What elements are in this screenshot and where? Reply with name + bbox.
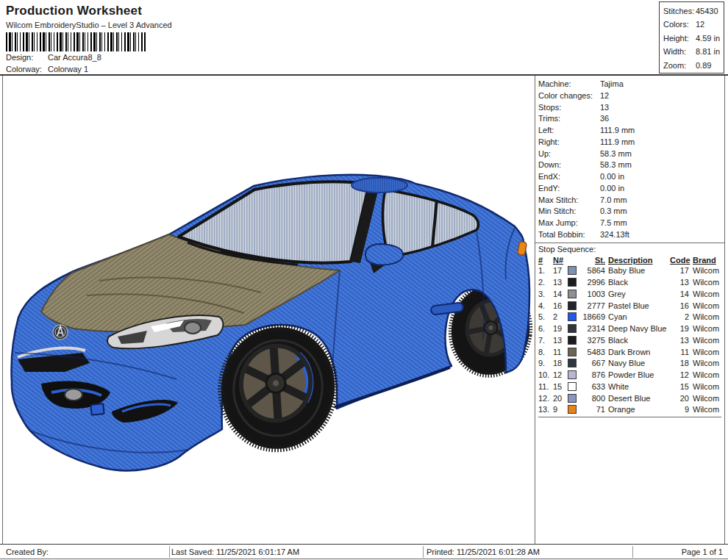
col-code: Code [670, 256, 689, 265]
car-illustration [3, 76, 535, 544]
row-brand: Wilcom [689, 348, 721, 356]
footer-divider-3 [632, 546, 633, 558]
stop-sequence-row: 3. 14 1003 Grey 14 Wilcom [538, 288, 721, 300]
design-barcode [6, 32, 146, 51]
thread-color-swatch [568, 278, 577, 287]
row-needle: 20 [553, 394, 568, 403]
row-needle: 13 [553, 336, 568, 345]
row-description: Cyan [608, 312, 670, 321]
machine-info-value: 13 [600, 103, 609, 112]
stop-sequence-row: 13. 9 71 Orange 9 Wilcom [538, 404, 721, 416]
page-footer: Created By: Last Saved: 11/25/2021 6:01:… [0, 544, 728, 559]
col-stitches: St. [579, 256, 608, 265]
projector-lens [185, 322, 201, 334]
machine-info-row: Total Bobbin:324.13ft [538, 229, 725, 241]
row-brand: Wilcom [689, 394, 721, 403]
row-stitches: 1003 [579, 290, 608, 298]
row-description: Orange [608, 405, 670, 414]
design-stats-box: Stitches:45430 Colors:12 Height:4.59 in … [659, 1, 724, 73]
thread-color-swatch [568, 324, 577, 333]
production-info-panel: Machine:Tajima Color changes:12 Stops:13… [535, 76, 725, 544]
machine-info-value: 58.3 mm [600, 160, 632, 169]
machine-info-row: Stops:13 [538, 102, 725, 114]
machine-info-label: EndY: [538, 183, 600, 195]
stop-sequence-row: 6. 19 2314 Deep Navy Blue 19 Wilcom [538, 323, 721, 334]
machine-info-row: Right:111.9 mm [538, 137, 725, 148]
row-needle: 14 [553, 290, 568, 298]
row-description: Grey [608, 290, 670, 298]
stop-sequence-row: 8. 11 5483 Dark Brown 11 Wilcom [538, 346, 721, 358]
row-code: 18 [670, 359, 689, 367]
machine-info-row: Up:58.3 mm [538, 148, 725, 160]
door-mirror [365, 244, 403, 265]
row-description: Deep Navy Blue [608, 324, 670, 333]
machine-info-row: EndY:0.00 in [538, 183, 725, 195]
row-code: 12 [670, 370, 689, 379]
row-needle: 2 [553, 312, 568, 321]
stats-label: Width: [663, 45, 696, 58]
stats-label: Colors: [663, 18, 696, 31]
machine-info-value: 58.3 mm [600, 149, 632, 158]
row-brand: Wilcom [689, 370, 721, 379]
stats-row: Stitches:45430 [660, 4, 724, 18]
row-description: Baby Blue [608, 266, 670, 275]
machine-info-label: EndX: [538, 171, 600, 183]
machine-info-value: 12 [600, 91, 609, 100]
fog-light [65, 389, 82, 401]
stop-sequence-row: 10. 12 876 Powder Blue 12 Wilcom [538, 369, 721, 381]
stats-row: Height:4.59 in [660, 32, 724, 45]
stats-row: Zoom:0.89 [660, 59, 724, 72]
row-brand: Wilcom [689, 336, 721, 345]
row-description: Black [608, 336, 670, 345]
tow-hook-cover [90, 403, 104, 415]
thread-color-swatch [568, 405, 577, 414]
stop-sequence-row: 9. 18 667 Navy Blue 18 Wilcom [538, 358, 721, 370]
machine-info: Machine:Tajima Color changes:12 Stops:13… [535, 76, 725, 241]
stop-sequence-rows: 1. 17 5864 Baby Blue 17 Wilcom 2. 13 299… [538, 265, 721, 416]
row-code: 16 [670, 301, 689, 310]
thread-color-swatch [568, 301, 577, 310]
machine-info-row: Trims:36 [538, 113, 725, 125]
colorway-row: Colorway:Colorway 1 [6, 65, 88, 73]
stop-sequence-header: # N# St. Description Code Brand [538, 255, 721, 265]
stop-sequence-row: 5. 2 18669 Cyan 2 Wilcom [538, 312, 721, 323]
app-subtitle: Wilcom EmbroideryStudio – Level 3 Advanc… [6, 21, 172, 29]
row-num: 1. [538, 266, 553, 275]
row-code: 11 [670, 348, 689, 356]
machine-info-row: Color changes:12 [538, 90, 725, 102]
row-needle: 9 [553, 405, 568, 414]
row-stitches: 5864 [579, 266, 608, 275]
machine-info-value: 324.13ft [600, 230, 629, 239]
stop-sequence-table: # N# St. Description Code Brand 1. 17 58… [535, 255, 725, 418]
stats-label: Stitches: [663, 4, 696, 18]
page-title: Production Worksheet [6, 4, 142, 18]
machine-info-label: Machine: [538, 79, 600, 90]
row-num: 8. [538, 348, 553, 356]
machine-info-value: 111.9 mm [600, 137, 635, 146]
machine-info-row: Left:111.9 mm [538, 125, 725, 137]
stats-value: 12 [696, 20, 704, 29]
machine-info-value: 0.3 mm [600, 207, 627, 215]
row-num: 12. [538, 394, 553, 403]
thread-color-swatch [568, 359, 577, 367]
row-needle: 12 [553, 370, 568, 379]
row-stitches: 2777 [579, 301, 608, 310]
machine-info-label: Down: [538, 159, 600, 171]
row-code: 20 [670, 394, 689, 403]
row-num: 9. [538, 359, 553, 367]
stats-value: 4.59 in [696, 34, 720, 43]
machine-info-row: Max Jump:7.5 mm [538, 218, 725, 229]
row-num: 4. [538, 301, 553, 310]
stop-sequence-row: 4. 16 2777 Pastel Blue 16 Wilcom [538, 300, 721, 312]
machine-info-value: 0.00 in [600, 184, 624, 193]
row-needle: 13 [553, 278, 568, 287]
row-needle: 19 [553, 324, 568, 333]
page-number: Page 1 of 1 [682, 547, 723, 558]
design-preview-canvas [3, 76, 535, 544]
machine-info-row: Machine:Tajima [538, 79, 725, 90]
machine-info-label: Color changes: [538, 90, 600, 102]
machine-info-label: Min Stitch: [538, 206, 600, 218]
row-stitches: 2996 [579, 278, 608, 287]
row-needle: 17 [553, 266, 568, 275]
colorway-value: Colorway 1 [48, 65, 88, 73]
